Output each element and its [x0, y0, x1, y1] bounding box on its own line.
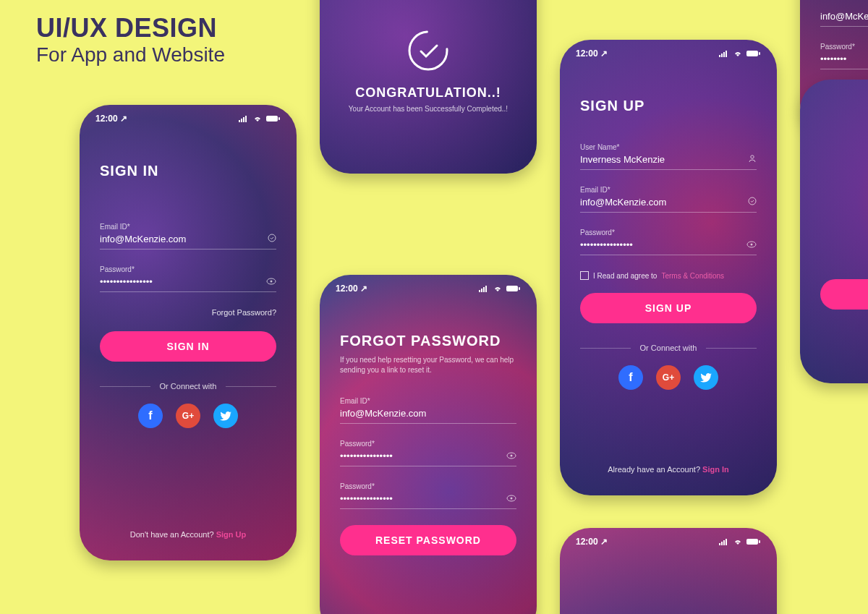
user-icon	[748, 154, 757, 165]
page-headline: UI/UX DESIGN For App and Website	[36, 13, 225, 67]
headline-title: UI/UX DESIGN	[36, 13, 225, 43]
screen-congrats: CONGRATULATION..! Your Account has been …	[320, 0, 537, 174]
password-label: Password*	[340, 440, 516, 448]
footer-text: Already have an Account? Sign In	[580, 465, 757, 474]
twitter-icon[interactable]	[694, 365, 718, 390]
password-field[interactable]: Password* ••••••••••••••••	[100, 265, 276, 292]
password2-label: Password*	[340, 482, 516, 490]
signal-icon	[719, 538, 729, 545]
check-icon	[268, 234, 276, 244]
svg-point-8	[271, 281, 273, 283]
svg-point-17	[511, 455, 513, 457]
password-value: ••••••••••••••••	[340, 451, 393, 461]
eye-icon[interactable]	[746, 239, 757, 250]
email-value: info@McKenzie.com	[580, 197, 666, 208]
reset-password-button[interactable]: RESET PASSWORD	[340, 525, 516, 555]
forgot-hint: If you need help resetting your Password…	[340, 355, 516, 375]
email-field[interactable]: info@McKenzie.com	[820, 11, 868, 27]
svg-rect-30	[719, 543, 720, 545]
status-icons	[719, 538, 761, 545]
screen-title: FORGOT PASSWORD	[340, 333, 516, 349]
email-label: Email ID*	[580, 186, 757, 194]
congrats-subtitle: Your Account has been Successfully Compl…	[349, 105, 508, 113]
signup-link[interactable]: Sign Up	[216, 530, 247, 539]
eye-icon[interactable]	[506, 493, 516, 504]
password2-value: ••••••••••••••••	[340, 493, 393, 504]
password2-field[interactable]: Password* ••••••••••••••••	[340, 482, 516, 509]
svg-rect-34	[746, 539, 758, 545]
eye-icon[interactable]	[266, 276, 276, 287]
screen-signup: 12:00 ↗ SIGN UP User Name* Inverness McK…	[560, 40, 777, 495]
google-icon[interactable]: G+	[656, 365, 681, 390]
facebook-icon[interactable]: f	[138, 404, 163, 428]
forgot-password-link[interactable]: Forgot Password?	[100, 308, 276, 317]
username-value: Inverness McKenzie	[580, 154, 665, 165]
screen-title: SIGN UP	[580, 98, 757, 114]
password-label: Password*	[580, 229, 757, 236]
screen-partial-bottom: 12:00 ↗	[560, 528, 777, 614]
connect-divider: Or Connect with	[100, 382, 276, 391]
connect-divider: Or Connect with	[580, 344, 757, 352]
checkbox-icon[interactable]	[580, 271, 589, 280]
success-check-icon	[407, 29, 450, 72]
terms-link[interactable]: Terms & Conditions	[661, 272, 724, 280]
password-label: Password*	[820, 43, 868, 51]
svg-point-9	[409, 32, 447, 69]
terms-prefix: I Read and agree to	[593, 272, 657, 280]
email-value: info@McKenzie.com	[820, 11, 868, 22]
footer-text: Don't have an Account? Sign Up	[100, 530, 276, 539]
password-field[interactable]: Password* ••••••••	[820, 43, 868, 69]
svg-point-6	[268, 234, 276, 242]
screen-forgot-password: 12:00 ↗ FORGOT PASSWORD If you need help…	[320, 275, 537, 614]
svg-rect-33	[726, 539, 727, 545]
svg-rect-35	[759, 540, 760, 543]
username-label: User Name*	[580, 143, 757, 151]
eye-icon[interactable]	[506, 451, 516, 461]
check-icon	[748, 197, 757, 208]
email-field[interactable]: Email ID* info@McKenzie.com	[100, 223, 276, 250]
headline-subtitle: For App and Website	[36, 43, 225, 67]
footer-text: Don't	[820, 353, 868, 362]
svg-rect-31	[721, 542, 723, 545]
facebook-icon[interactable]: f	[618, 365, 643, 390]
svg-point-26	[751, 155, 754, 158]
password-value: ••••••••	[820, 54, 846, 64]
signin-link[interactable]: Sign In	[702, 465, 729, 474]
congrats-title: CONGRATULATION..!	[355, 85, 501, 101]
screen-title: SIGN IN	[100, 163, 276, 179]
svg-point-27	[749, 197, 756, 205]
password-field[interactable]: Password* ••••••••••••••••	[340, 440, 516, 466]
screen-signin: 12:00 ↗ SIGN IN Email ID* info@McKenzie.…	[80, 105, 297, 560]
twitter-icon[interactable]	[213, 404, 238, 428]
email-value: info@McKenzie.com	[100, 234, 186, 244]
password-value: ••••••••••••••••	[580, 239, 633, 250]
terms-row[interactable]: I Read and agree to Terms & Conditions	[580, 271, 757, 280]
email-value: info@McKenzie.com	[340, 408, 426, 419]
google-icon[interactable]: G+	[176, 404, 200, 428]
action-button[interactable]	[820, 279, 868, 310]
email-field[interactable]: Email ID* info@McKenzie.com	[340, 397, 516, 424]
password-label: Password*	[100, 265, 276, 273]
email-label: Email ID*	[340, 397, 516, 405]
svg-rect-32	[723, 540, 725, 545]
email-label: Email ID*	[100, 223, 276, 231]
wifi-icon	[733, 538, 743, 545]
signup-button[interactable]: SIGN UP	[580, 293, 757, 323]
svg-point-29	[751, 244, 753, 246]
email-field[interactable]: Email ID* info@McKenzie.com	[580, 186, 757, 213]
signin-button[interactable]: SIGN IN	[100, 331, 276, 362]
status-time: 12:00 ↗	[576, 537, 608, 547]
username-field[interactable]: User Name* Inverness McKenzie	[580, 143, 757, 170]
status-bar: 12:00 ↗	[560, 537, 777, 547]
password-field[interactable]: Password* ••••••••••••••••	[580, 229, 757, 255]
password-value: ••••••••••••••••	[100, 276, 153, 287]
screen-partial-right: Don't	[800, 80, 868, 383]
svg-point-19	[511, 498, 513, 500]
battery-icon	[746, 538, 761, 545]
